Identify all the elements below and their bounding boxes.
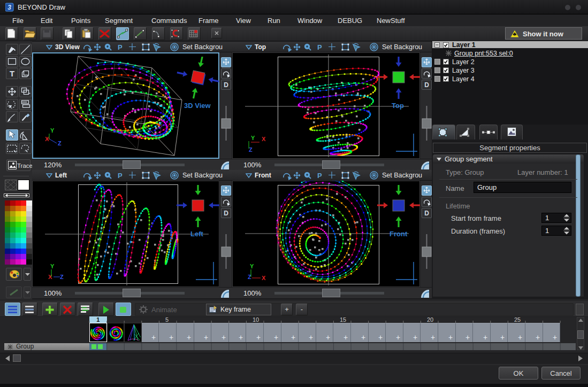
- svg-text:Y: Y: [251, 135, 255, 141]
- svg-text:Y: Y: [50, 127, 55, 134]
- svg-text:Y: Y: [50, 263, 55, 269]
- svg-text:Z: Z: [249, 146, 253, 153]
- svg-text:T: T: [10, 69, 14, 78]
- svg-text:Set Backgrou: Set Backgrou: [182, 43, 223, 51]
- svg-text:3: 3: [7, 4, 11, 11]
- svg-text:X: X: [48, 274, 52, 280]
- svg-text:Z: Z: [60, 274, 64, 280]
- svg-text:Z: Z: [58, 140, 62, 146]
- svg-text:Set Backgrou: Set Backgrou: [382, 172, 422, 179]
- svg-text:P: P: [317, 43, 322, 51]
- svg-text:Y: Y: [250, 263, 254, 269]
- svg-text:P: P: [317, 172, 322, 180]
- svg-text:Set Backgrou: Set Backgrou: [382, 43, 422, 51]
- svg-text:X: X: [262, 136, 266, 142]
- svg-text:P: P: [118, 172, 123, 180]
- svg-text:Set Backgrou: Set Backgrou: [182, 172, 223, 179]
- svg-text:X: X: [262, 275, 266, 281]
- svg-text:P: P: [118, 43, 123, 51]
